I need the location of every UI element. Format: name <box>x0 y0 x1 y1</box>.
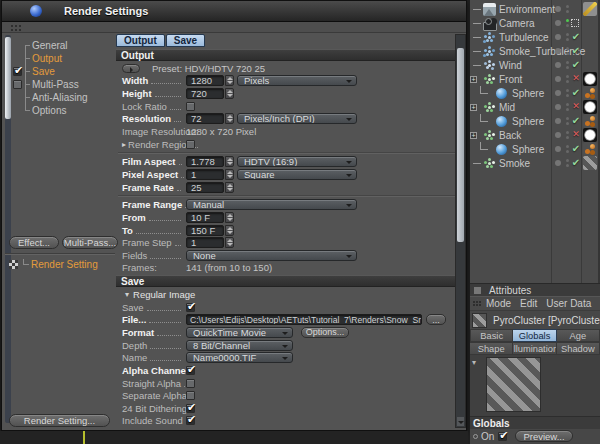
object-row-sphere[interactable]: Sphere✔ <box>470 142 600 156</box>
attr-tab-illumination[interactable]: Illumination <box>513 342 556 355</box>
enabled-check-icon[interactable]: ✔ <box>570 86 582 100</box>
render-region-checkbox[interactable] <box>186 140 195 149</box>
disabled-cross-icon[interactable]: ✕ <box>570 100 582 114</box>
film-aspect-stepper[interactable] <box>225 156 234 167</box>
orange-tag-icon[interactable] <box>583 142 597 156</box>
orange-tag-icon[interactable] <box>583 86 597 100</box>
from-stepper[interactable] <box>225 212 234 223</box>
collapse-triangle-icon[interactable]: ▾ <box>125 290 129 299</box>
name-dropdown[interactable]: Name0000.TIF <box>186 352 293 363</box>
scroll-down-arrow[interactable] <box>457 417 464 426</box>
lock-ratio-checkbox[interactable] <box>186 102 195 111</box>
material-preview-swatch[interactable] <box>486 357 541 412</box>
width-unit-dropdown[interactable]: Pixels <box>237 75 357 86</box>
pencil-tag-icon[interactable] <box>583 2 597 16</box>
tab-save[interactable]: Save <box>166 34 205 47</box>
pixel-aspect-unit-dropdown[interactable]: Square <box>237 169 357 180</box>
expander-plus-icon[interactable]: + <box>470 132 477 139</box>
form-scrollbar-thumb[interactable] <box>457 48 464 242</box>
sidebar-item-general[interactable]: General <box>11 39 116 52</box>
expander-plus-icon[interactable]: + <box>470 104 477 111</box>
object-row-sphere[interactable]: Sphere✔ <box>470 114 600 128</box>
preset-menu-button[interactable] <box>122 64 140 73</box>
render-setting-button[interactable]: Render Setting... <box>9 414 110 427</box>
attr-tab-age[interactable]: Age <box>557 329 600 342</box>
sidebar-checkbox-save[interactable] <box>13 67 22 76</box>
frame-step-stepper[interactable] <box>225 237 234 248</box>
menu-mode[interactable]: Mode <box>486 298 511 309</box>
layer-dot[interactable] <box>555 118 561 124</box>
visibility-dots[interactable] <box>566 159 569 162</box>
preview-button[interactable]: Preview... <box>515 430 573 442</box>
layer-dot[interactable] <box>555 132 561 138</box>
pixel-aspect-stepper[interactable] <box>225 169 234 180</box>
file-path-input[interactable]: C:\Users\Edijs\Desktop\AETuts\Tutorial_7… <box>186 314 422 325</box>
pixel-aspect-input[interactable]: 1 <box>186 169 224 180</box>
visibility-dots[interactable] <box>566 89 569 92</box>
object-row-environment[interactable]: Environment <box>470 2 600 16</box>
object-row-turbulence[interactable]: Turbulence✔ <box>470 30 600 44</box>
enabled-check-icon[interactable]: ✔ <box>570 30 582 44</box>
24-bit-dithering-checkbox[interactable] <box>186 404 195 413</box>
frame-range-dropdown[interactable]: Manual <box>186 199 357 210</box>
height-input[interactable]: 720 <box>186 88 224 99</box>
layer-dot[interactable] <box>555 34 561 40</box>
depth-dropdown[interactable]: 8 Bit/Channel <box>186 340 293 351</box>
disabled-cross-icon[interactable]: ✕ <box>570 128 582 142</box>
visibility-dots[interactable] <box>566 61 569 64</box>
attributes-header[interactable]: Attributes <box>470 284 600 297</box>
disabled-cross-icon[interactable]: ✕ <box>570 72 582 86</box>
layer-dot[interactable] <box>555 90 561 96</box>
visibility-dots[interactable] <box>566 33 569 36</box>
frame-rate-input[interactable]: 25 <box>186 182 224 193</box>
sidebar-checkbox-multi-pass[interactable] <box>13 80 22 89</box>
blob-tag-icon[interactable] <box>583 100 597 114</box>
hatch-tag-icon[interactable] <box>583 156 597 170</box>
blob-tag-icon[interactable] <box>583 72 597 86</box>
width-stepper[interactable] <box>225 75 234 86</box>
save-checkbox[interactable] <box>186 303 195 312</box>
enabled-check-icon[interactable]: ✔ <box>570 156 582 170</box>
object-row-mid[interactable]: +Mid✕ <box>470 100 600 114</box>
camera-target-icon[interactable] <box>571 19 579 27</box>
film-aspect-unit-dropdown[interactable]: HDTV (16:9) <box>237 156 357 167</box>
layer-dot[interactable] <box>555 146 561 152</box>
width-input[interactable]: 1280 <box>186 75 224 86</box>
visibility-dots[interactable] <box>566 131 569 134</box>
layer-dot[interactable] <box>555 104 561 110</box>
layer-dot[interactable] <box>555 76 561 82</box>
menu-edit[interactable]: Edit <box>520 298 537 309</box>
separate-alpha-checkbox[interactable] <box>186 391 195 400</box>
sidebar-item-multi-pass[interactable]: Multi-Pass <box>11 78 116 91</box>
sidebar-item-anti-aliasing[interactable]: Anti-Aliasing <box>11 91 116 104</box>
menu-grip-icon[interactable] <box>473 301 483 308</box>
subgroup-regular-image[interactable]: ▾Regular Image <box>116 288 457 301</box>
object-row-sphere[interactable]: Sphere✔ <box>470 86 600 100</box>
object-row-camera[interactable]: Camera <box>470 16 600 30</box>
keyframe-ring-icon[interactable] <box>473 434 478 439</box>
multipass-button[interactable]: Multi-Pass... <box>62 236 118 249</box>
height-stepper[interactable] <box>225 88 234 99</box>
object-row-smoke-turbulence[interactable]: Smoke_Turbulence✔ <box>470 44 600 58</box>
menu-user-data[interactable]: User Data <box>546 298 591 309</box>
visibility-dots[interactable] <box>566 75 569 78</box>
include-sound-checkbox[interactable] <box>186 416 195 425</box>
film-aspect-input[interactable]: 1.778 <box>186 156 224 167</box>
enabled-check-icon[interactable]: ✔ <box>570 142 582 156</box>
resolution-stepper[interactable] <box>225 113 234 124</box>
to-input[interactable]: 150 F <box>186 225 224 236</box>
enabled-check-icon[interactable]: ✔ <box>570 44 582 58</box>
attr-tab-shape[interactable]: Shape <box>470 342 513 355</box>
straight-alpha-checkbox[interactable] <box>186 379 195 388</box>
layer-dot[interactable] <box>555 48 561 54</box>
object-row-smoke[interactable]: Smoke✔ <box>470 156 600 170</box>
enabled-check-icon[interactable]: ✔ <box>570 114 582 128</box>
attr-tab-shadow[interactable]: Shadow <box>557 342 600 355</box>
blob-tag-icon[interactable] <box>583 128 597 142</box>
from-input[interactable]: 10 F <box>186 212 224 223</box>
form-scrollbar[interactable] <box>455 34 466 428</box>
orange-tag-icon[interactable] <box>583 114 597 128</box>
effect-button[interactable]: Effect... <box>9 236 59 249</box>
alpha-channel-checkbox[interactable] <box>186 366 195 375</box>
enabled-check-icon[interactable]: ✔ <box>570 58 582 72</box>
